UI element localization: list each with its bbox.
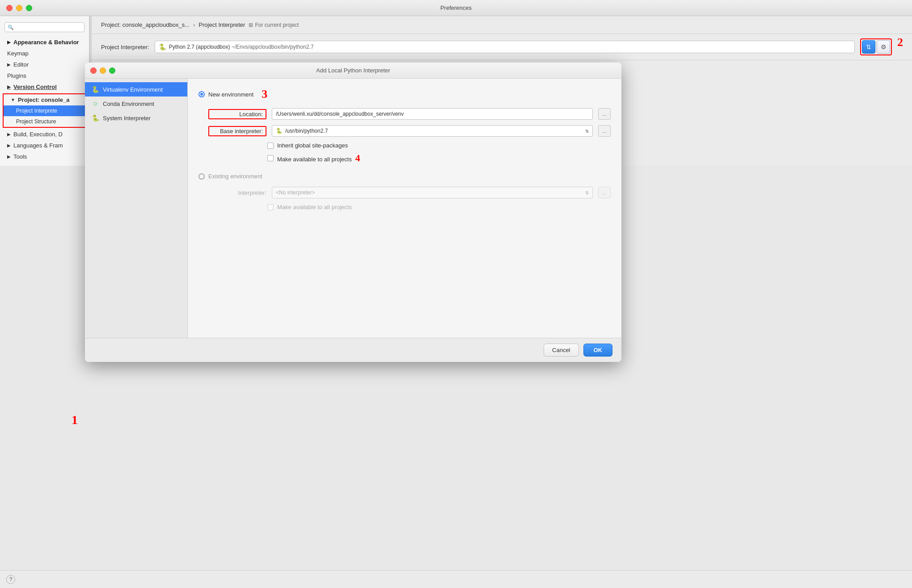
sidebar-item-version-control[interactable]: ▶ Version Control [0,81,89,92]
inherit-packages-checkbox[interactable] [267,143,274,149]
dialog-max-button[interactable] [109,67,115,74]
annotation-2: 2 [897,36,903,49]
make-available-new-row: Make available to all projects 4 [267,152,611,164]
sidebar-item-tools[interactable]: ▶ Tools [0,151,89,162]
dialog-body: 🐍 Virtualenv Environment ○ Conda Environ… [85,79,621,338]
location-browse-button[interactable]: ... [598,108,611,120]
existing-env-radio-row: Existing environment [198,173,611,180]
existing-browse-button[interactable]: ... [598,187,611,198]
dialog-title: Add Local Python Interpreter [316,67,390,74]
dialog-min-button[interactable] [100,67,106,74]
existing-environment-section: Existing environment Interpreter: <No in… [198,173,611,210]
dialog-left-panel: 🐍 Virtualenv Environment ○ Conda Environ… [85,79,188,338]
collapse-arrow-tools: ▶ [7,154,11,159]
sidebar-item-appearance[interactable]: ▶ Appearance & Behavior [0,37,89,48]
existing-interpreter-label: Interpreter: [208,189,266,196]
system-icon: 🐍 [91,114,99,122]
maximize-button[interactable] [26,5,32,11]
collapse-arrow-vc: ▶ [7,84,11,89]
python-icon: 🐍 [159,43,166,50]
title-bar: Preferences [0,0,912,16]
existing-env-label: Existing environment [208,173,262,180]
base-interpreter-browse-button[interactable]: ... [598,125,611,137]
sidebar-item-build[interactable]: ▶ Build, Execution, D [0,129,89,140]
for-project-text: For current project [255,22,299,28]
add-interpreter-dialog: Add Local Python Interpreter 🐍 Virtualen… [85,63,621,362]
base-interpreter-value: /usr/bin/python2.7 [285,128,328,134]
make-available-existing-row: Make available to all projects [267,204,611,210]
new-environment-section: New environment 3 Location: /Users/wenli… [198,88,611,164]
base-interpreter-label: Base interpreter: [208,126,266,136]
location-label: Location: [208,109,266,119]
existing-env-radio[interactable] [198,173,205,180]
interpreter-select[interactable]: 🐍 Python 2.7 (appcloudbox) ~/Envs/appclo… [155,41,855,53]
collapse-arrow: ▶ [7,40,11,45]
base-interpreter-select[interactable]: 🐍 /usr/bin/python2.7 ⇅ [272,125,593,137]
breadcrumb-for-project: ⊞ For current project [249,22,299,28]
inherit-packages-label: Inherit global site-packages [277,142,348,149]
make-available-new-checkbox[interactable] [267,155,274,161]
annotation-4: 4 [355,152,360,164]
browse-dots-icon: ... [602,128,606,134]
close-button[interactable] [6,5,13,11]
window-title: Preferences [440,4,472,11]
inherit-packages-row: Inherit global site-packages [267,142,611,149]
gear-icon: ⚙ [881,43,887,50]
dialog-menu-virtualenv[interactable]: 🐍 Virtualenv Environment [85,82,187,97]
breadcrumb-arrow: › [193,21,195,28]
minimize-button[interactable] [16,5,22,11]
stepper-button[interactable]: ⇅ [862,40,875,54]
make-available-existing-checkbox[interactable] [267,204,274,210]
sidebar-item-keymap[interactable]: Keymap [0,48,89,59]
new-env-radio[interactable] [198,91,205,97]
base-interpreter-stepper: ⇅ [585,129,589,134]
search-bar[interactable]: 🔍 [4,22,84,32]
interpreter-row: Project Interpreter: 🐍 Python 2.7 (appcl… [92,34,912,60]
browse-icon: ... [602,111,606,117]
existing-stepper-icon: ⇅ [585,190,589,195]
dialog-right-panel: New environment 3 Location: /Users/wenli… [188,79,621,338]
gear-button[interactable]: ⚙ [877,40,890,54]
breadcrumb-page: Project Interpreter [198,21,245,28]
interpreter-action-buttons: ⇅ ⚙ [860,38,892,55]
ok-button[interactable]: OK [583,344,613,357]
sidebar-item-project[interactable]: ▼ Project: console_a [4,94,85,105]
interpreter-value: Python 2.7 (appcloudbox) ~/Envs/appcloud… [169,44,314,50]
sidebar-item-project-structure[interactable]: Project Structure [4,116,85,127]
make-available-new-label: Make available to all projects 4 [277,152,360,164]
breadcrumb-header: Project: console_appcloudbox_s... › Proj… [92,16,912,34]
sidebar-item-editor[interactable]: ▶ Editor [0,59,89,70]
traffic-lights [6,5,32,11]
dialog-footer: Cancel OK [85,338,621,362]
location-input[interactable]: /Users/wenli.xu/dd/console_appcloudbox_s… [272,108,593,120]
location-value: /Users/wenli.xu/dd/console_appcloudbox_s… [276,111,404,117]
collapse-arrow-project: ▼ [11,97,15,102]
existing-interpreter-row: Interpreter: <No interpreter> ⇅ ... [208,187,611,198]
collapse-arrow-lang: ▶ [7,143,11,148]
new-env-label: New environment [208,91,253,98]
search-icon: 🔍 [8,25,14,30]
new-env-radio-row: New environment 3 [198,88,611,101]
virtualenv-icon: 🐍 [91,85,99,93]
sidebar-item-plugins[interactable]: Plugins [0,70,89,81]
dialog-close-button[interactable] [90,67,97,74]
sidebar-item-project-interpreter[interactable]: Project Interprete [4,105,85,116]
make-available-existing-label: Make available to all projects [277,204,352,210]
existing-interpreter-select[interactable]: <No interpreter> ⇅ [272,187,593,198]
base-interpreter-python-icon: 🐍 [276,128,283,134]
interpreter-label: Project Interpreter: [101,44,149,50]
help-button[interactable]: ? [6,575,15,584]
dialog-menu-system[interactable]: 🐍 System Interpreter [85,111,187,125]
search-input[interactable] [16,24,81,30]
breadcrumb-project: Project: console_appcloudbox_s... [101,21,190,28]
location-row: Location: /Users/wenli.xu/dd/console_app… [208,108,611,120]
conda-icon: ○ [91,100,99,108]
base-interpreter-row: Base interpreter: 🐍 /usr/bin/python2.7 ⇅ [208,125,611,137]
bottom-bar: ? [0,570,912,588]
for-project-icon: ⊞ [249,22,253,28]
cancel-button[interactable]: Cancel [544,344,578,357]
dialog-menu-conda[interactable]: ○ Conda Environment [85,97,187,111]
annotation-3: 3 [262,88,267,101]
annotation-1: 1 [72,413,78,427]
sidebar-item-languages[interactable]: ▶ Languages & Fram [0,140,89,151]
